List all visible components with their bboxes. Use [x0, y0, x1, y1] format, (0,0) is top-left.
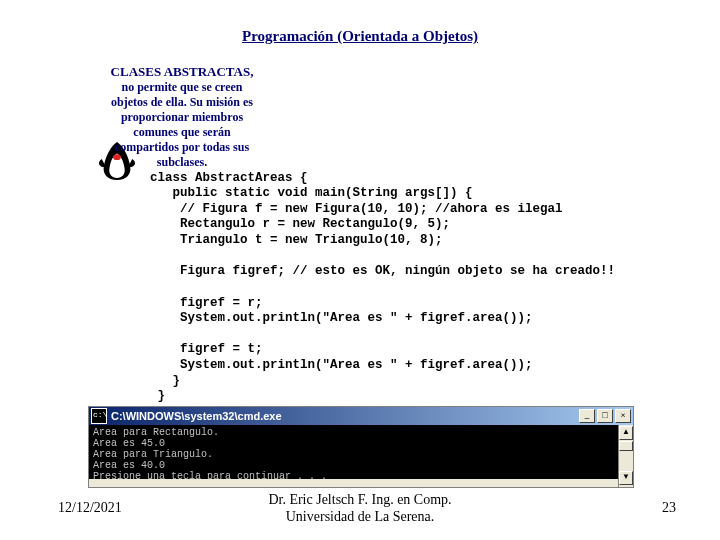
annotation-heading: CLASES ABSTRACTAS, [111, 64, 254, 79]
scroll-up-button[interactable]: ▲ [619, 426, 633, 440]
scrollbar[interactable]: ▲ ▼ [618, 425, 633, 487]
slide: Programación (Orientada a Objetos) CLASE… [0, 0, 720, 540]
console-titlebar: C:\WINDOWS\system32\cmd.exe _ □ × [89, 407, 633, 425]
annotation-box: CLASES ABSTRACTAS, no permite que se cre… [102, 64, 262, 170]
console-window: C:\WINDOWS\system32\cmd.exe _ □ × Area p… [88, 406, 634, 488]
footer-page-number: 23 [662, 500, 676, 516]
minimize-button[interactable]: _ [579, 409, 595, 423]
code-block: class AbstractAreas { public static void… [150, 171, 615, 405]
console-title: C:\WINDOWS\system32\cmd.exe [111, 410, 579, 422]
console-output: Area para Rectangulo. Area es 45.0 Area … [89, 425, 633, 479]
scroll-thumb[interactable] [619, 441, 633, 451]
close-button[interactable]: × [615, 409, 631, 423]
window-buttons: _ □ × [579, 409, 631, 423]
scroll-down-button[interactable]: ▼ [619, 471, 633, 485]
footer-author: Dr. Eric Jeltsch F. Ing. en Comp. [268, 492, 451, 507]
annotation-body: no permite que se creen objetos de ella.… [111, 80, 253, 169]
footer-center: Dr. Eric Jeltsch F. Ing. en Comp. Univer… [0, 492, 720, 526]
maximize-button[interactable]: □ [597, 409, 613, 423]
cmd-icon [91, 408, 107, 424]
slide-title: Programación (Orientada a Objetos) [0, 28, 720, 45]
footer-affiliation: Universidad de La Serena. [286, 509, 435, 524]
